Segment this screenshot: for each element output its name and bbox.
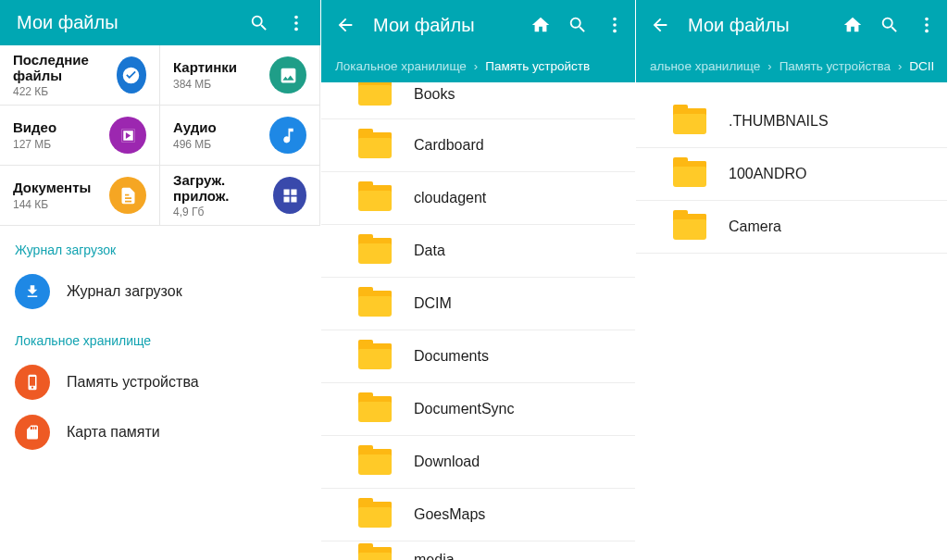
- breadcrumb: Локальное хранилище › Память устройств: [321, 50, 635, 82]
- breadcrumb-item[interactable]: Память устройства: [777, 59, 893, 73]
- app-header: Мои файлы: [636, 0, 947, 50]
- folder-row[interactable]: Books: [321, 82, 635, 119]
- svg-point-0: [294, 15, 298, 19]
- downloads-log-row[interactable]: Журнал загрузок: [0, 267, 320, 317]
- category-title: Документы: [13, 180, 91, 195]
- app-header: Мои файлы: [321, 0, 635, 50]
- search-icon[interactable]: [879, 14, 901, 36]
- folder-row[interactable]: cloudagent: [321, 172, 635, 225]
- image-icon: [269, 56, 306, 93]
- folder-label: 100ANDRO: [729, 166, 806, 182]
- overflow-menu-icon[interactable]: [916, 14, 938, 36]
- breadcrumb-item[interactable]: DCII: [906, 59, 937, 73]
- audio-icon: [269, 117, 306, 154]
- overflow-menu-icon[interactable]: [604, 14, 626, 36]
- folder-label: cloudagent: [414, 190, 486, 206]
- recent-icon: [117, 56, 146, 93]
- svg-point-6: [925, 18, 929, 21]
- category-apps[interactable]: Загруж. прилож. 4,9 Гб: [160, 166, 320, 226]
- sd-card-icon: [15, 415, 50, 450]
- app-title: Мои файлы: [17, 12, 233, 33]
- folder-row[interactable]: Documents: [321, 330, 635, 383]
- apps-icon: [273, 177, 306, 214]
- folder-icon: [673, 214, 706, 240]
- folder-icon: [358, 502, 392, 528]
- sd-card-row[interactable]: Карта памяти: [0, 407, 320, 457]
- folder-label: Data: [414, 243, 445, 259]
- section-storage-title: Локальное хранилище: [0, 317, 320, 357]
- document-icon: [109, 177, 146, 214]
- panel-categories: Мои файлы Последние файлы 422 КБ Картинк…: [0, 0, 321, 560]
- folder-label: .THUMBNAILS: [729, 113, 829, 130]
- device-storage-row[interactable]: Память устройства: [0, 357, 320, 407]
- svg-point-4: [613, 23, 617, 27]
- category-title: Видео: [13, 119, 56, 135]
- folder-row[interactable]: DocumentSync: [321, 383, 635, 436]
- folder-row[interactable]: Data: [321, 225, 635, 278]
- breadcrumb: альное хранилище › Память устройства › D…: [636, 50, 947, 82]
- overflow-menu-icon[interactable]: [285, 12, 307, 34]
- download-icon: [15, 274, 50, 309]
- folder-row[interactable]: GoesMaps: [321, 489, 635, 541]
- folder-icon: [358, 449, 392, 475]
- folder-row[interactable]: Camera: [636, 201, 947, 254]
- svg-point-1: [294, 21, 298, 25]
- folder-icon: [358, 291, 392, 317]
- category-recent[interactable]: Последние файлы 422 КБ: [0, 45, 160, 106]
- folder-label: Books: [414, 86, 455, 103]
- category-title: Аудио: [173, 119, 217, 135]
- folder-row[interactable]: media: [321, 541, 635, 560]
- phone-icon: [15, 365, 50, 400]
- category-size: 422 КБ: [13, 85, 117, 98]
- search-icon[interactable]: [248, 12, 270, 34]
- folder-label: Download: [414, 454, 480, 470]
- app-title: Мои файлы: [373, 15, 515, 36]
- folder-label: DocumentSync: [414, 401, 515, 417]
- category-documents[interactable]: Документы 144 КБ: [0, 166, 160, 226]
- category-title: Картинки: [173, 59, 237, 75]
- svg-point-8: [925, 30, 929, 33]
- category-video[interactable]: Видео 127 МБ: [0, 106, 160, 166]
- folder-list[interactable]: .THUMBNAILS 100ANDRO Camera: [636, 82, 947, 560]
- folder-label: Cardboard: [414, 137, 484, 154]
- category-grid: Последние файлы 422 КБ Картинки 384 МБ В…: [0, 45, 320, 226]
- folder-row[interactable]: Cardboard: [321, 119, 635, 172]
- breadcrumb-item[interactable]: альное хранилище: [647, 59, 763, 73]
- folder-list[interactable]: Books Cardboard cloudagent Data DCIM Doc…: [321, 82, 635, 560]
- folder-row[interactable]: DCIM: [321, 278, 635, 330]
- folder-icon: [358, 547, 392, 560]
- folder-icon: [673, 161, 706, 187]
- folder-row[interactable]: .THUMBNAILS: [636, 95, 947, 148]
- folder-icon: [358, 343, 392, 369]
- home-icon[interactable]: [842, 14, 864, 36]
- folder-row[interactable]: Download: [321, 436, 635, 489]
- back-icon[interactable]: [649, 14, 671, 36]
- folder-row[interactable]: 100ANDRO: [636, 148, 947, 201]
- svg-point-5: [613, 30, 617, 33]
- folder-label: Documents: [414, 348, 489, 365]
- panel-device-storage: Мои файлы Локальное хранилище › Память у…: [321, 0, 636, 560]
- category-title: Загруж. прилож.: [173, 172, 273, 205]
- svg-point-7: [925, 23, 929, 27]
- breadcrumb-item[interactable]: Память устройств: [482, 59, 592, 73]
- panel-dcim: Мои файлы альное хранилище › Память устр…: [636, 0, 948, 560]
- app-title: Мои файлы: [688, 15, 827, 36]
- category-audio[interactable]: Аудио 496 МБ: [160, 106, 320, 166]
- folder-icon: [358, 132, 392, 158]
- chevron-right-icon: ›: [763, 59, 776, 73]
- chevron-right-icon: ›: [469, 59, 482, 73]
- row-label: Журнал загрузок: [67, 283, 182, 300]
- folder-label: GoesMaps: [414, 506, 485, 523]
- home-icon[interactable]: [530, 14, 552, 36]
- search-icon[interactable]: [567, 14, 589, 36]
- section-downloads-title: Журнал загрузок: [0, 226, 320, 267]
- folder-icon: [358, 82, 392, 106]
- folder-label: DCIM: [414, 295, 452, 312]
- back-icon[interactable]: [334, 14, 356, 36]
- category-images[interactable]: Картинки 384 МБ: [160, 45, 320, 106]
- chevron-right-icon: ›: [893, 59, 906, 73]
- folder-icon: [358, 396, 392, 422]
- breadcrumb-item[interactable]: Локальное хранилище: [332, 59, 469, 73]
- app-header: Мои файлы: [0, 0, 320, 45]
- svg-point-2: [294, 27, 298, 31]
